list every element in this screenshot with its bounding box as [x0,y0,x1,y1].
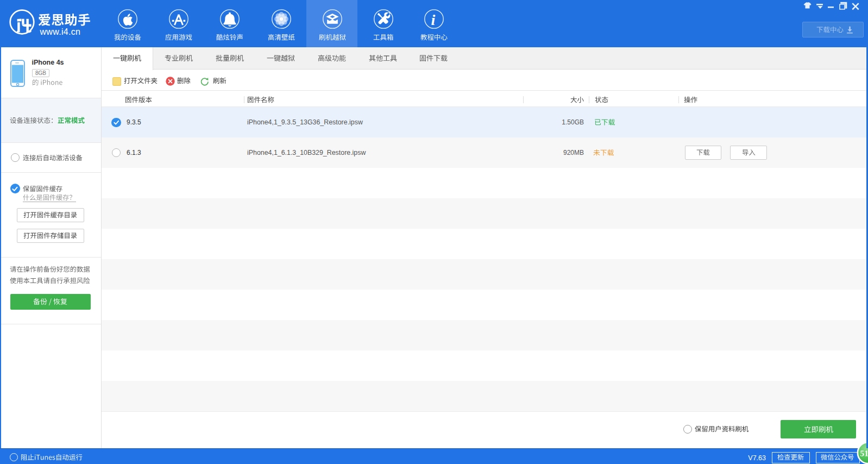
svg-text:i: i [431,11,436,28]
